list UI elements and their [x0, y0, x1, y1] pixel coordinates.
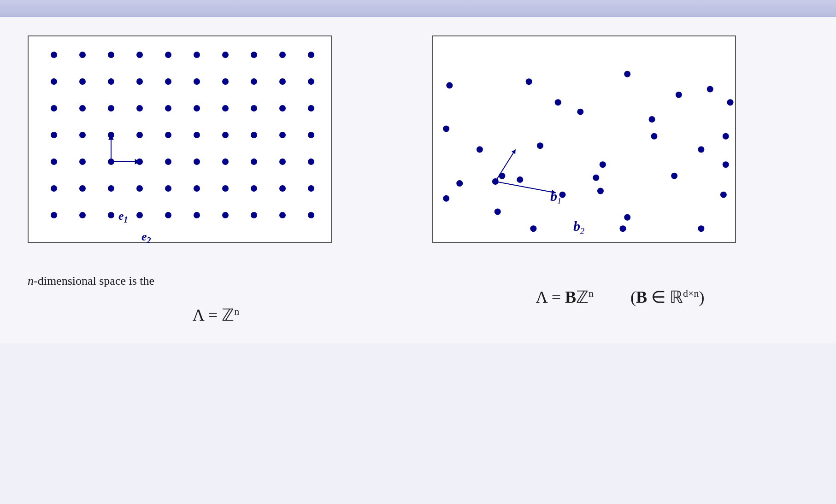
- right-formula: Λ = Bℤn (B ∈ ℝd×n): [432, 287, 808, 307]
- left-caption-line2-rest: -dimensional space is the: [34, 274, 154, 287]
- left-caption: n-dimensional space is the: [28, 254, 313, 290]
- b1-label: b1: [550, 188, 561, 206]
- main-content: e1 e2 n-dimensional space is the Λ = ℤn …: [0, 17, 836, 343]
- left-caption-n: n: [28, 274, 34, 287]
- right-panel: b1 b2 Λ = Bℤn (B ∈ ℝd×n): [432, 35, 808, 325]
- right-formula-main: Λ = Bℤn: [536, 287, 594, 307]
- left-formula: Λ = ℤn: [28, 305, 404, 325]
- right-formula-constraint: (B ∈ ℝd×n): [630, 287, 704, 307]
- right-diagram: b1 b2: [432, 35, 736, 243]
- right-caption: [432, 254, 718, 272]
- left-panel: e1 e2 n-dimensional space is the Λ = ℤn: [28, 35, 404, 325]
- e2-label: e2: [141, 230, 151, 246]
- e1-label: e1: [118, 209, 128, 225]
- left-diagram: e1 e2: [28, 35, 332, 243]
- b2-label: b2: [573, 218, 584, 236]
- slide-header: [0, 0, 836, 17]
